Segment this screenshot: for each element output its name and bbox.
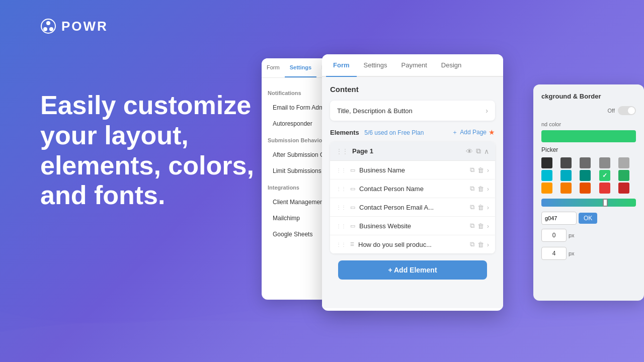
elem-drag-2[interactable]: ⋮⋮ bbox=[336, 186, 346, 192]
px-input-1[interactable] bbox=[541, 229, 567, 242]
element-row-contact-person-email: ⋮⋮ ▭ Contact Person Email A... ⧉ 🗑 › bbox=[330, 198, 495, 217]
elem-drag-4[interactable]: ⋮⋮ bbox=[336, 223, 346, 229]
elem-delete-icon-4[interactable]: 🗑 bbox=[477, 222, 484, 230]
page-header: ⋮⋮ Page 1 👁 ⧉ ∧ bbox=[330, 142, 495, 161]
title-description-label: Title, Description & Button bbox=[337, 107, 413, 115]
elem-delete-icon-5[interactable]: 🗑 bbox=[477, 241, 484, 248]
tab-settings[interactable]: Settings bbox=[285, 58, 316, 77]
color-swatch-cyan2[interactable] bbox=[560, 170, 572, 181]
elements-header: Elements 5/6 used on Free Plan ＋ Add Pag… bbox=[330, 128, 495, 137]
add-element-button[interactable]: + Add Element bbox=[338, 260, 487, 280]
elem-type-icon-3: ▭ bbox=[350, 204, 355, 211]
add-page-star-icon: ★ bbox=[489, 128, 495, 136]
px-input-2[interactable] bbox=[541, 247, 567, 260]
element-name-business-website: Business Website bbox=[359, 222, 470, 230]
hero-line4: and fonts. bbox=[40, 180, 165, 210]
page-copy-icon[interactable]: ⧉ bbox=[476, 147, 481, 155]
back-panel-title: ckground & Border bbox=[541, 93, 636, 100]
toggle-label: Off bbox=[608, 108, 615, 114]
color-swatch-teal[interactable] bbox=[580, 170, 591, 181]
page-title: Page 1 bbox=[352, 147, 466, 155]
color-swatch-red1[interactable] bbox=[599, 183, 610, 194]
main-form-panel: Form Settings Payment Design Content Tit… bbox=[322, 54, 503, 311]
hero-line1: Easily customize bbox=[40, 90, 251, 120]
ui-container: ckground & Border Off nd color Picker bbox=[262, 54, 644, 326]
color-swatch-orange2[interactable] bbox=[560, 183, 572, 194]
main-tab-form[interactable]: Form bbox=[326, 54, 357, 77]
element-name-how-sell: How do you sell produc... bbox=[358, 241, 470, 248]
main-tab-design[interactable]: Design bbox=[434, 54, 468, 76]
elem-type-icon-5: ☰ bbox=[350, 242, 354, 247]
color-swatch-gray2[interactable] bbox=[618, 157, 629, 168]
powr-logo-icon bbox=[40, 18, 56, 34]
px-label-2: px bbox=[569, 250, 575, 256]
gradient-bar[interactable] bbox=[541, 199, 636, 207]
elem-chevron-icon-5[interactable]: › bbox=[487, 241, 489, 248]
ok-button[interactable]: OK bbox=[579, 213, 597, 224]
elem-actions-2: ⧉ 🗑 › bbox=[470, 185, 489, 193]
tab-form[interactable]: Form bbox=[262, 58, 285, 77]
color-swatch-orange1[interactable] bbox=[541, 183, 552, 194]
elem-delete-icon-3[interactable]: 🗑 bbox=[477, 204, 484, 211]
main-content: Content Title, Description & Button › El… bbox=[322, 77, 503, 308]
off-toggle[interactable] bbox=[618, 106, 636, 115]
elem-copy-icon-5[interactable]: ⧉ bbox=[470, 240, 474, 248]
color-swatch-dark3[interactable] bbox=[580, 157, 591, 168]
element-row-how-sell: ⋮⋮ ☰ How do you sell produc... ⧉ 🗑 › bbox=[330, 235, 495, 253]
color-swatch-orange3[interactable] bbox=[580, 183, 591, 194]
content-title: Content bbox=[330, 85, 495, 94]
color-swatch-cyan1[interactable] bbox=[541, 170, 552, 181]
elem-copy-icon-3[interactable]: ⧉ bbox=[470, 203, 474, 211]
elem-drag-5[interactable]: ⋮⋮ bbox=[336, 242, 346, 247]
green-color-bar bbox=[541, 130, 636, 142]
color-picker-label: Picker bbox=[541, 146, 636, 153]
element-row-business-website: ⋮⋮ ▭ Business Website ⧉ 🗑 › bbox=[330, 217, 495, 235]
color-swatch-dark1[interactable] bbox=[541, 157, 552, 168]
color-grid bbox=[541, 157, 636, 194]
px-label-1: px bbox=[569, 232, 575, 238]
color-swatch-red2[interactable] bbox=[618, 183, 629, 194]
main-tabs: Form Settings Payment Design bbox=[322, 54, 503, 77]
svg-point-1 bbox=[46, 21, 50, 25]
bg-color-label: nd color bbox=[541, 121, 636, 127]
title-description-button-row[interactable]: Title, Description & Button › bbox=[330, 101, 495, 121]
elem-copy-icon-1[interactable]: ⧉ bbox=[470, 166, 474, 174]
element-row-business-name: ⋮⋮ ▭ Business Name ⧉ 🗑 › bbox=[330, 161, 495, 179]
elements-count: 5/6 used on Free Plan bbox=[364, 129, 424, 136]
page-chevron-up-icon[interactable]: ∧ bbox=[484, 147, 489, 155]
main-tab-settings[interactable]: Settings bbox=[357, 54, 394, 76]
elem-actions-4: ⧉ 🗑 › bbox=[470, 222, 489, 230]
elem-drag-1[interactable]: ⋮⋮ bbox=[336, 167, 346, 173]
color-swatch-gray1[interactable] bbox=[599, 157, 610, 168]
color-swatch-green2[interactable] bbox=[618, 170, 629, 181]
hex-input[interactable] bbox=[541, 212, 577, 225]
logo-text: POWR bbox=[61, 19, 108, 34]
color-swatch-dark2[interactable] bbox=[560, 157, 572, 168]
elem-chevron-icon-1[interactable]: › bbox=[487, 166, 489, 174]
page-eye-icon[interactable]: 👁 bbox=[466, 147, 473, 155]
elem-delete-icon-2[interactable]: 🗑 bbox=[477, 185, 484, 193]
svg-point-2 bbox=[43, 27, 47, 31]
element-name-contact-person-email: Contact Person Email A... bbox=[359, 204, 470, 211]
elem-type-icon-1: ▭ bbox=[350, 167, 355, 173]
elem-drag-3[interactable]: ⋮⋮ bbox=[336, 205, 346, 210]
add-page-button[interactable]: ＋ Add Page ★ bbox=[452, 128, 495, 137]
svg-point-3 bbox=[49, 27, 53, 31]
elem-delete-icon-1[interactable]: 🗑 bbox=[477, 166, 484, 174]
color-swatch-green-selected[interactable] bbox=[599, 170, 610, 181]
elem-copy-icon-2[interactable]: ⧉ bbox=[470, 185, 474, 193]
logo-area: POWR bbox=[40, 18, 108, 34]
elem-copy-icon-4[interactable]: ⧉ bbox=[470, 222, 474, 230]
elem-chevron-icon-4[interactable]: › bbox=[487, 222, 489, 230]
page-actions: 👁 ⧉ ∧ bbox=[466, 147, 489, 155]
elem-chevron-icon-2[interactable]: › bbox=[487, 185, 489, 193]
element-row-contact-person-name: ⋮⋮ ▭ Contact Person Name ⧉ 🗑 › bbox=[330, 179, 495, 198]
page-drag-handle[interactable]: ⋮⋮ bbox=[336, 148, 348, 155]
main-tab-payment[interactable]: Payment bbox=[394, 54, 434, 76]
chevron-right-icon: › bbox=[486, 107, 488, 115]
gradient-handle[interactable] bbox=[603, 199, 608, 207]
element-name-contact-person-name: Contact Person Name bbox=[359, 185, 470, 193]
elem-chevron-icon-3[interactable]: › bbox=[487, 204, 489, 211]
hero-line3: elements, colors, bbox=[40, 151, 254, 180]
element-name-business-name: Business Name bbox=[359, 166, 470, 174]
